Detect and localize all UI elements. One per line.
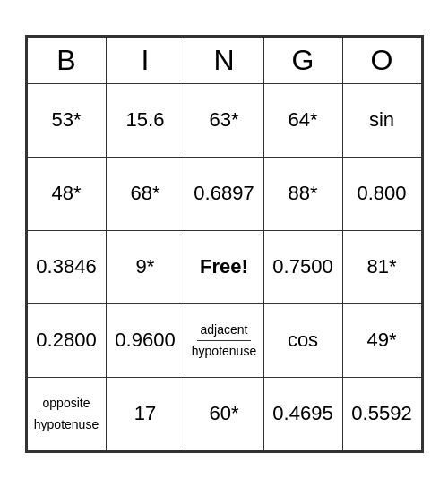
cell-r4-c2: 60* xyxy=(185,377,263,450)
fraction-denominator: hypotenuse xyxy=(192,343,256,359)
cell-r1-c3: 88* xyxy=(263,157,342,230)
cell-r2-c3: 0.7500 xyxy=(263,230,342,303)
cell-r2-c1: 9* xyxy=(106,230,185,303)
cell-r0-c3: 64* xyxy=(263,83,342,157)
table-row: opposite hypotenuse 1760*0.46950.5592 xyxy=(27,377,421,450)
header-cell-b: B xyxy=(27,37,106,83)
header-cell-g: G xyxy=(263,37,342,83)
bingo-card: BINGO 53*15.663*64*sin48*68*0.689788*0.8… xyxy=(25,35,424,453)
cell-r4-c1: 17 xyxy=(106,377,185,450)
cell-r3-c2: adjacent hypotenuse xyxy=(185,303,263,377)
cell-r3-c1: 0.9600 xyxy=(106,303,185,377)
cell-r0-c1: 15.6 xyxy=(106,83,185,157)
table-row: 0.38469*Free!0.750081* xyxy=(27,230,421,303)
cell-r3-c4: 49* xyxy=(342,303,421,377)
cell-r0-c0: 53* xyxy=(27,83,106,157)
cell-r2-c2: Free! xyxy=(185,230,263,303)
header-row: BINGO xyxy=(27,37,421,83)
fraction-denominator: hypotenuse xyxy=(34,416,99,432)
fraction-numerator: adjacent xyxy=(201,321,248,337)
fraction-divider xyxy=(39,414,94,414)
table-row: 0.28000.9600 adjacent hypotenuse cos49* xyxy=(27,303,421,377)
cell-r3-c3: cos xyxy=(263,303,342,377)
table-row: 48*68*0.689788*0.800 xyxy=(27,157,421,230)
cell-r1-c0: 48* xyxy=(27,157,106,230)
header-cell-n: N xyxy=(185,37,263,83)
table-row: 53*15.663*64*sin xyxy=(27,83,421,157)
cell-r1-c2: 0.6897 xyxy=(185,157,263,230)
cell-r2-c0: 0.3846 xyxy=(27,230,106,303)
cell-r1-c1: 68* xyxy=(106,157,185,230)
fraction-divider xyxy=(197,340,252,341)
cell-r0-c2: 63* xyxy=(185,83,263,157)
cell-r0-c4: sin xyxy=(342,83,421,157)
header-cell-o: O xyxy=(342,37,421,83)
cell-r1-c4: 0.800 xyxy=(342,157,421,230)
cell-r4-c4: 0.5592 xyxy=(342,377,421,450)
cell-r3-c0: 0.2800 xyxy=(27,303,106,377)
cell-r2-c4: 81* xyxy=(342,230,421,303)
header-cell-i: I xyxy=(106,37,185,83)
bingo-table: BINGO 53*15.663*64*sin48*68*0.689788*0.8… xyxy=(27,37,422,451)
cell-r4-c0: opposite hypotenuse xyxy=(27,377,106,450)
cell-r4-c3: 0.4695 xyxy=(263,377,342,450)
fraction-numerator: opposite xyxy=(43,395,90,411)
